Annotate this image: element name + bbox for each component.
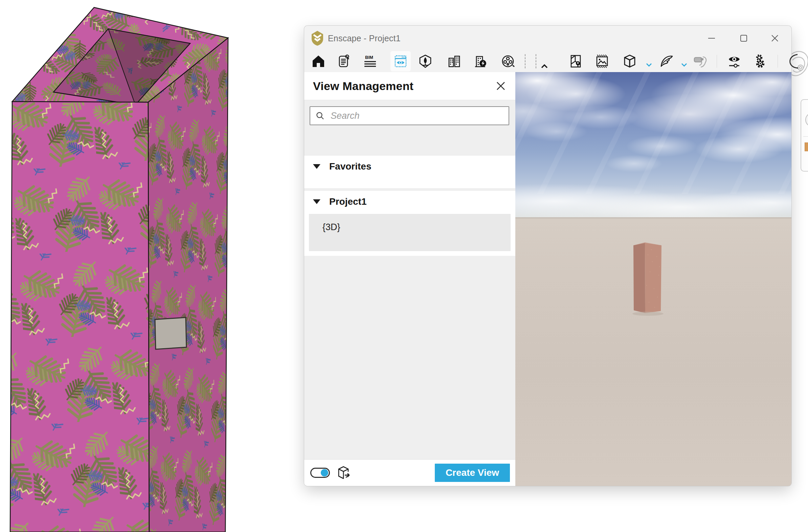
- film-reel-icon[interactable]: [500, 53, 516, 69]
- search-input[interactable]: [330, 110, 509, 122]
- background-color-swatch: [805, 143, 808, 151]
- window-title: Enscape - Project1: [328, 34, 401, 43]
- background-partial-panel: [801, 99, 808, 171]
- orthographic-cube-icon[interactable]: [622, 53, 638, 69]
- bim-layers-icon[interactable]: BIM: [362, 53, 378, 69]
- view-list-item-3d[interactable]: {3D}: [309, 214, 511, 251]
- home-icon[interactable]: [310, 53, 327, 69]
- live-sync-toggle[interactable]: [310, 468, 330, 478]
- panel-title: View Management: [313, 79, 414, 93]
- column-front-face: [10, 102, 149, 532]
- project-section-header[interactable]: Project1: [304, 191, 515, 213]
- section-label: Favorites: [329, 161, 371, 172]
- minimize-button[interactable]: [699, 26, 724, 51]
- panel-header: View Management: [304, 72, 515, 100]
- collapse-toolbar-icon[interactable]: [536, 57, 553, 73]
- toolbar-separator: [717, 55, 717, 68]
- render-image-icon[interactable]: [594, 53, 610, 69]
- asset-shield-tree-icon[interactable]: [417, 53, 434, 69]
- panel-close-button[interactable]: [495, 80, 507, 92]
- scene-document-icon[interactable]: [336, 53, 352, 69]
- favorites-section: Favorites: [304, 156, 515, 188]
- background-circle-control: [805, 113, 808, 127]
- material-patch[interactable]: [155, 317, 186, 349]
- rendered-tower: [515, 72, 791, 486]
- chevron-down-icon[interactable]: [313, 164, 320, 169]
- enscape-window: Enscape - Project1: [304, 26, 791, 486]
- export-view-cube-icon[interactable]: [336, 465, 352, 481]
- map-screenshot-icon[interactable]: [568, 53, 584, 69]
- section-label: Project1: [329, 196, 367, 207]
- cube-dropdown-chevron-icon[interactable]: [641, 57, 657, 73]
- view-management-icon[interactable]: [392, 53, 409, 69]
- search-strip: [304, 100, 515, 132]
- search-box[interactable]: [310, 106, 509, 125]
- left-3d-model-view[interactable]: [0, 0, 237, 532]
- create-view-button[interactable]: Create View: [435, 464, 510, 482]
- panel-footer: Create View: [304, 459, 515, 486]
- close-window-button[interactable]: [763, 26, 787, 51]
- enscape-logo-icon: [312, 31, 323, 46]
- favorites-section-header[interactable]: Favorites: [304, 156, 515, 177]
- view-management-panel: View Management Favorites Project1: [304, 72, 515, 486]
- main-toolbar: BIM: [304, 51, 791, 72]
- clipped-circle-icon: [784, 53, 800, 69]
- desktop: { "window": { "title": "Enscape - Projec…: [0, 0, 808, 532]
- project-section: Project1 {3D}: [304, 191, 515, 256]
- fly-mode-wing-icon[interactable]: [658, 53, 674, 69]
- divider: [803, 136, 808, 137]
- wing-dropdown-chevron-icon[interactable]: [676, 57, 692, 73]
- building-energy-icon[interactable]: [472, 53, 489, 69]
- maximize-button[interactable]: [732, 26, 756, 51]
- settings-gears-icon[interactable]: [750, 53, 766, 69]
- visual-settings-icon[interactable]: [726, 53, 742, 69]
- svg-text:BIM: BIM: [365, 55, 373, 60]
- render-viewport[interactable]: [515, 72, 791, 486]
- toolbar-drag-handle[interactable]: [525, 54, 526, 68]
- search-icon: [316, 111, 325, 120]
- buildings-icon[interactable]: [446, 53, 462, 69]
- vr-headset-icon[interactable]: [692, 53, 709, 69]
- chevron-down-icon[interactable]: [313, 199, 320, 204]
- title-bar[interactable]: Enscape - Project1: [304, 26, 791, 51]
- toolbar-separator: [777, 55, 778, 68]
- toggle-knob: [321, 469, 328, 477]
